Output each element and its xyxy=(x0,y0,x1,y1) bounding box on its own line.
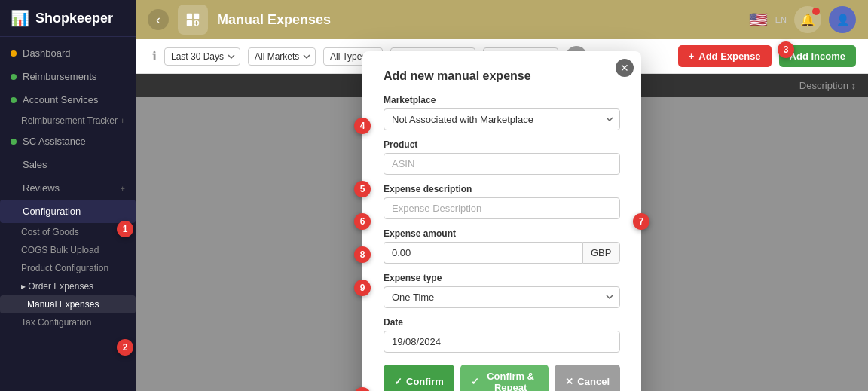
sidebar-sub-label: Manual Expenses xyxy=(27,299,99,310)
cancel-label: Cancel xyxy=(577,376,610,387)
badge-9: 9 xyxy=(354,280,371,296)
expense-type-group: Expense type One Time Recurring Monthly xyxy=(384,273,620,308)
topbar-actions: 🇺🇸 EN 🔔 👤 xyxy=(749,6,856,33)
sidebar: 📊 Shopkeeper Dashboard Reimbursements Ac… xyxy=(0,0,136,391)
sidebar-item-account-services[interactable]: Account Services xyxy=(0,88,136,111)
badge-4: 4 xyxy=(354,118,371,134)
page-icon xyxy=(178,5,208,35)
sidebar-item-dashboard[interactable]: Dashboard xyxy=(0,41,136,65)
product-group: Product xyxy=(384,139,620,175)
expense-type-label: Expense type xyxy=(384,273,620,283)
badge-6: 6 xyxy=(354,213,371,230)
marketplace-group: Marketplace Not Associated with Marketpl… xyxy=(384,95,620,130)
sidebar-item-label: Sales xyxy=(23,159,47,170)
status-dot xyxy=(11,97,17,103)
date-group: Date xyxy=(384,317,620,353)
expense-description-group: Expense description xyxy=(384,184,620,219)
status-dot xyxy=(11,74,17,80)
marketplace-label: Marketplace xyxy=(384,95,620,105)
sidebar-item-reviews[interactable]: Reviews + xyxy=(0,176,136,200)
badge-7: 7 xyxy=(633,213,649,230)
sidebar-sub-label: Tax Configuration xyxy=(21,317,91,328)
marketplace-select[interactable]: Not Associated with Marketplace Amazon U… xyxy=(384,108,620,130)
topbar: ‹ Manual Expenses 🇺🇸 EN 🔔 👤 xyxy=(136,0,868,39)
info-icon: ℹ xyxy=(152,49,157,63)
sidebar-item-label: Reimbursement Tracker xyxy=(21,115,118,126)
locale-text: EN xyxy=(775,15,787,24)
sidebar-item-reimbursements[interactable]: Reimbursements xyxy=(0,65,136,88)
date-input[interactable] xyxy=(384,331,620,353)
expense-description-input[interactable] xyxy=(384,197,620,219)
badge-1: 1 xyxy=(117,221,133,237)
add-income-label: Add Income xyxy=(790,50,845,62)
sidebar-item-label: Reimbursements xyxy=(23,71,96,82)
sidebar-item-sales[interactable]: Sales xyxy=(0,153,136,176)
modal-close-button[interactable]: ✕ xyxy=(616,59,634,77)
sidebar-item-order-expenses[interactable]: ▸ Order Expenses xyxy=(0,277,136,295)
sidebar-item-label: Reviews xyxy=(23,182,60,194)
sidebar-item-sc-assistance[interactable]: SC Assistance xyxy=(0,130,136,153)
sidebar-item-label: Dashboard xyxy=(23,47,71,59)
markets-select[interactable]: All Markets xyxy=(248,47,316,66)
sidebar-sub-label: COGS Bulk Upload xyxy=(21,245,99,255)
status-dot xyxy=(11,139,17,145)
app-logo[interactable]: 📊 Shopkeeper xyxy=(0,0,136,37)
confirm-label: Confirm xyxy=(406,376,444,387)
cancel-x: ✕ xyxy=(565,376,573,387)
sidebar-item-cogs-bulk-upload[interactable]: COGS Bulk Upload xyxy=(0,241,136,259)
badge-5: 5 xyxy=(354,181,371,197)
sidebar-item-cost-of-goods[interactable]: Cost of Goods xyxy=(0,223,136,241)
date-range-select[interactable]: Last 30 Days xyxy=(164,47,240,66)
expense-amount-group: Expense amount GBP USD EUR xyxy=(384,228,620,264)
svg-rect-2 xyxy=(187,20,192,26)
sidebar-item-product-configuration[interactable]: Product Configuration xyxy=(0,259,136,277)
confirm-repeat-button[interactable]: ✓ Confirm & Repeat xyxy=(460,365,549,392)
sidebar-item-manual-expenses[interactable]: Manual Expenses xyxy=(0,295,136,313)
status-dot xyxy=(11,50,17,57)
sidebar-item-label: Configuration xyxy=(23,206,81,217)
date-label: Date xyxy=(384,317,620,328)
confirm-button[interactable]: ✓ Confirm xyxy=(384,365,454,392)
sidebar-nav: Dashboard Reimbursements Account Service… xyxy=(0,37,136,391)
app-name: Shopkeeper xyxy=(35,11,113,26)
sidebar-item-reimbursement-tracker[interactable]: Reimbursement Tracker + xyxy=(0,111,136,130)
svg-rect-1 xyxy=(194,14,199,19)
expense-amount-input[interactable] xyxy=(384,242,582,264)
currency-select[interactable]: GBP USD EUR xyxy=(582,242,620,264)
sidebar-item-label: Account Services xyxy=(23,94,98,105)
confirm-repeat-checkmark: ✓ xyxy=(471,376,479,387)
modal-title: Add new manual expense xyxy=(384,69,620,83)
add-expense-modal: ✕ Add new manual expense Marketplace Not… xyxy=(362,51,641,392)
amount-row: GBP USD EUR xyxy=(384,242,620,264)
modal-actions: ✓ Confirm ✓ Confirm & Repeat ✕ Cancel xyxy=(384,365,620,392)
add-expense-label: Add Expense xyxy=(698,50,760,62)
cancel-button[interactable]: ✕ Cancel xyxy=(555,365,620,392)
sidebar-item-configuration[interactable]: Configuration xyxy=(0,200,136,223)
main-area: ‹ Manual Expenses 🇺🇸 EN 🔔 👤 ℹ Last 30 Da… xyxy=(136,0,868,391)
badge-2: 2 xyxy=(117,339,133,356)
flag-icon[interactable]: 🇺🇸 xyxy=(749,11,768,29)
page-title: Manual Expenses xyxy=(217,12,740,28)
bell-badge xyxy=(812,8,820,15)
user-avatar[interactable]: 👤 xyxy=(829,6,856,33)
bell-button[interactable]: 🔔 xyxy=(794,6,821,33)
back-button[interactable]: ‹ xyxy=(148,9,169,30)
sidebar-item-tax-configuration[interactable]: Tax Configuration xyxy=(0,313,136,331)
badge-10: 10 xyxy=(354,387,371,392)
product-label: Product xyxy=(384,139,620,150)
content-area: Description ↕ ✕ Add new manual expense M… xyxy=(136,74,868,391)
badge-3: 3 xyxy=(778,41,794,58)
svg-rect-0 xyxy=(187,14,192,19)
expense-type-select[interactable]: One Time Recurring Monthly xyxy=(384,286,620,308)
confirm-checkmark: ✓ xyxy=(394,376,402,387)
add-expense-icon: + xyxy=(689,50,695,62)
sidebar-item-label: SC Assistance xyxy=(23,136,86,147)
add-expense-button[interactable]: + Add Expense xyxy=(678,45,772,67)
expense-amount-label: Expense amount xyxy=(384,228,620,239)
badge-8: 8 xyxy=(354,246,371,263)
sidebar-sub-label: Product Configuration xyxy=(21,263,108,273)
expense-description-label: Expense description xyxy=(384,184,620,194)
logo-icon: 📊 xyxy=(11,9,29,27)
product-input[interactable] xyxy=(384,153,620,175)
confirm-repeat-label: Confirm & Repeat xyxy=(483,371,539,392)
